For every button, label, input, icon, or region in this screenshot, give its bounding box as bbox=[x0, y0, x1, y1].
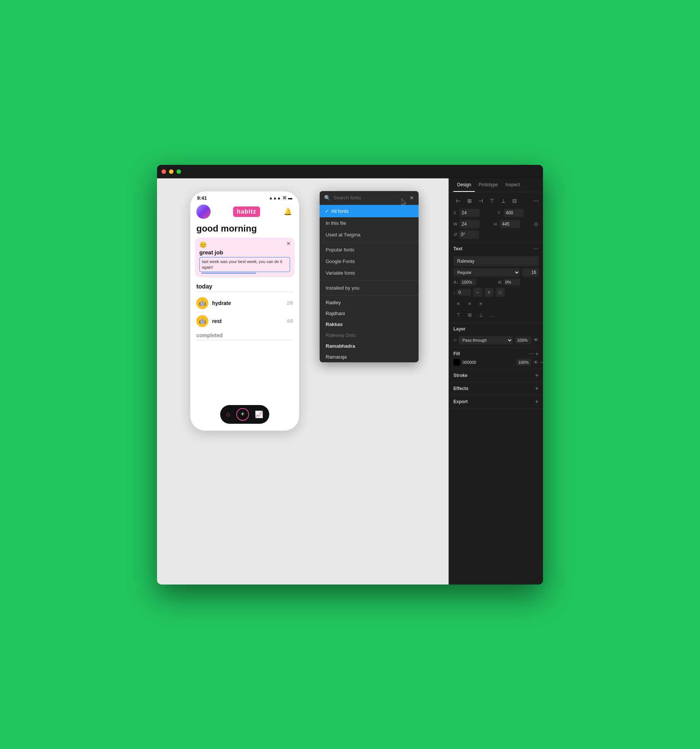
text-wrap-btn[interactable]: ≡ bbox=[484, 288, 494, 297]
fill-add-btn[interactable]: + bbox=[535, 351, 538, 357]
task-count-hydrate: 2/8 bbox=[287, 301, 293, 306]
home-icon[interactable]: ⌂ bbox=[226, 410, 231, 418]
text-align-center-btn[interactable]: ≡ bbox=[465, 299, 474, 309]
text-valign-mid-btn[interactable]: ⊞ bbox=[465, 310, 474, 320]
constrain-proportions-icon[interactable]: ⊙ bbox=[534, 221, 538, 227]
fill-opacity-input[interactable] bbox=[517, 359, 531, 366]
stroke-section: Stroke + bbox=[449, 369, 543, 382]
line-height-icon: A↕ bbox=[454, 280, 459, 284]
text-valign-top-btn[interactable]: ⊤ bbox=[454, 310, 463, 320]
bell-icon[interactable]: 🔔 bbox=[283, 206, 293, 217]
export-section-title: Export bbox=[454, 399, 468, 404]
completed-label: completed bbox=[190, 330, 299, 340]
font-section-google[interactable]: Google Fonts bbox=[319, 255, 419, 267]
blend-mode-select[interactable]: Pass through bbox=[459, 336, 513, 344]
align-center-h-btn[interactable]: ⊞ bbox=[465, 196, 474, 206]
font-item-rajdhani[interactable]: Rajdhani bbox=[319, 308, 419, 319]
align-top-btn[interactable]: ⊤ bbox=[487, 196, 497, 206]
panel-tabs: Design Prototype Inspect bbox=[449, 178, 543, 192]
titlebar-close-btn[interactable] bbox=[162, 170, 166, 174]
titlebar-minimize-btn[interactable] bbox=[169, 170, 174, 174]
font-section-installed[interactable]: Installed by you bbox=[319, 282, 419, 294]
task-row-rest[interactable]: 🤖 rest 4/8 bbox=[190, 312, 299, 330]
right-panel: Design Prototype Inspect ⊢ ⊞ ⊣ ⊤ ⊥ ⊟ ⋯ X bbox=[449, 178, 543, 584]
font-section-variable[interactable]: Variable fonts bbox=[319, 267, 419, 279]
effects-section-title: Effects bbox=[454, 386, 468, 391]
letter-spacing-input[interactable] bbox=[504, 279, 520, 286]
app-logo: habitz bbox=[233, 206, 260, 217]
bottom-nav: ⌂ + 📈 bbox=[220, 405, 269, 424]
font-divider-3 bbox=[319, 295, 419, 296]
font-search-input[interactable] bbox=[333, 195, 407, 200]
avatar bbox=[196, 205, 211, 219]
font-item-ralewaydots[interactable]: Raleway Dots bbox=[319, 330, 419, 341]
effects-section: Effects + bbox=[449, 382, 543, 395]
greeting-text: good morning bbox=[190, 222, 299, 238]
text-more-btn[interactable]: … bbox=[487, 310, 497, 320]
tab-design[interactable]: Design bbox=[454, 178, 475, 192]
line-height-input[interactable] bbox=[460, 279, 476, 286]
chart-icon[interactable]: 📈 bbox=[255, 410, 263, 419]
visibility-toggle[interactable]: 👁 bbox=[533, 337, 538, 343]
fill-visibility-btn[interactable]: 👁 bbox=[533, 360, 538, 365]
font-picker-close-icon[interactable]: ✕ bbox=[410, 195, 414, 201]
phone-status-bar: 9:41 ▲▲▲ ⌘ ▬ bbox=[190, 191, 299, 203]
font-size-input[interactable] bbox=[522, 268, 538, 277]
task-row-hydrate[interactable]: 🤖 hydrate 2/8 bbox=[190, 294, 299, 312]
y-input[interactable] bbox=[504, 209, 524, 217]
card-text: last week was your best week, you can do… bbox=[199, 257, 290, 272]
align-more-btn[interactable]: ⋯ bbox=[533, 198, 538, 204]
w-input[interactable] bbox=[459, 220, 480, 228]
effects-add-btn[interactable]: + bbox=[535, 385, 538, 392]
fill-color-swatch[interactable] bbox=[454, 359, 460, 366]
titlebar-maximize-btn[interactable] bbox=[176, 170, 181, 174]
layer-section-header: Layer bbox=[449, 323, 543, 333]
font-divider-2 bbox=[319, 280, 419, 281]
x-input[interactable] bbox=[459, 209, 480, 217]
font-item-ramabhadra[interactable]: Ramabhadra bbox=[319, 341, 419, 352]
font-name-field[interactable]: Raleway bbox=[454, 256, 538, 266]
font-item-rakkas[interactable]: Rakkas bbox=[319, 319, 419, 330]
align-bottom-btn[interactable]: ⊟ bbox=[510, 196, 520, 206]
font-item-radley[interactable]: Radley bbox=[319, 297, 419, 308]
task-name-hydrate: hydrate bbox=[212, 300, 287, 306]
today-label: today bbox=[190, 281, 299, 292]
search-icon: 🔍 bbox=[324, 195, 330, 201]
add-button[interactable]: + bbox=[236, 408, 249, 421]
opacity-input[interactable] bbox=[515, 336, 531, 344]
stroke-add-btn[interactable]: + bbox=[535, 372, 538, 379]
text-section-more-btn[interactable]: ⋯ bbox=[533, 246, 538, 252]
align-left-btn[interactable]: ⊢ bbox=[454, 196, 463, 206]
tab-prototype[interactable]: Prototype bbox=[475, 178, 501, 192]
align-center-v-btn[interactable]: ⊥ bbox=[498, 196, 508, 206]
align-right-btn[interactable]: ⊣ bbox=[476, 196, 486, 206]
text-valign-bottom-btn[interactable]: ⊥ bbox=[476, 310, 486, 320]
tab-inspect[interactable]: Inspect bbox=[502, 178, 524, 192]
text-align-left-btn[interactable]: ≡ bbox=[454, 299, 463, 309]
font-section-popular[interactable]: Popular fonts bbox=[319, 244, 419, 255]
rotation-input[interactable] bbox=[459, 231, 479, 238]
paragraph-spacing-input[interactable] bbox=[457, 289, 471, 296]
text-section-title: Text bbox=[454, 246, 462, 251]
fill-remove-btn[interactable]: − bbox=[540, 359, 543, 365]
canvas: 9:41 ▲▲▲ ⌘ ▬ habitz 🔔 good morning ✕ 😊 bbox=[157, 178, 449, 584]
rotation-icon: ↺ bbox=[454, 232, 457, 237]
today-divider bbox=[196, 292, 293, 292]
fill-section-title: Fill bbox=[454, 351, 460, 356]
font-section-used[interactable]: Used at Twigma bbox=[319, 229, 419, 240]
text-align-right-btn[interactable]: ≡ bbox=[476, 299, 486, 309]
text-truncate-btn[interactable]: □ bbox=[496, 288, 505, 297]
export-add-btn[interactable]: + bbox=[535, 398, 538, 405]
fill-hex-input[interactable] bbox=[462, 360, 514, 365]
font-item-ramaraja[interactable]: Ramaraja bbox=[319, 352, 419, 362]
text-overflow-btn[interactable]: ↔ bbox=[473, 288, 482, 297]
card-close-icon[interactable]: ✕ bbox=[286, 240, 291, 246]
font-section-in-file[interactable]: In this file bbox=[319, 217, 419, 229]
signal-icon: ▲▲▲ bbox=[269, 196, 281, 200]
fill-grid-btn[interactable]: ⋯ bbox=[529, 351, 534, 357]
card-emoji: 😊 bbox=[199, 241, 290, 248]
font-style-select[interactable]: Regular bbox=[454, 268, 520, 277]
layer-blend-icon: ◇ bbox=[454, 338, 456, 342]
h-input[interactable] bbox=[500, 220, 520, 228]
font-picker-dropdown: 🔍 ✕ ✓ All fonts In this file Used at Twi… bbox=[319, 191, 419, 362]
